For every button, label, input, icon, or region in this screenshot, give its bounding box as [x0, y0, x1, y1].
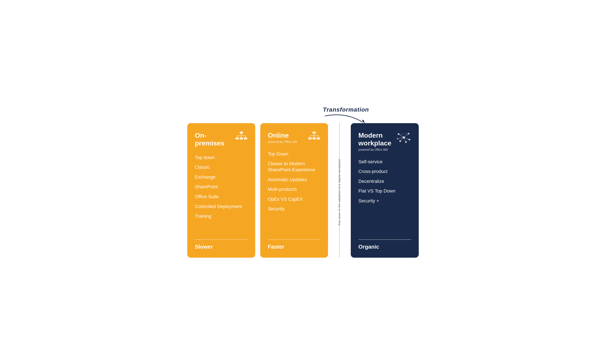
list-item: Flat VS Top Down: [358, 188, 411, 194]
list-item: Exchange: [195, 174, 248, 180]
transformation-label: Transformation: [310, 106, 382, 113]
svg-line-32: [399, 134, 409, 134]
list-item: SharePoint: [195, 184, 248, 190]
card-online: Online powered by Office 365: [260, 123, 328, 258]
list-item: Cross-product: [358, 169, 411, 175]
list-item: Multi-products: [268, 186, 321, 193]
card-header-on-premises: On-premises: [195, 131, 248, 147]
list-item: Training: [195, 213, 248, 220]
list-item: Automatic Updates: [268, 177, 321, 183]
columns-area: On-premises: [187, 123, 419, 258]
card-title-modern-workplace: Modern workplace: [358, 131, 396, 147]
card-subtitle-modern-workplace: powered by Office 365: [358, 148, 396, 151]
card-footer-online: Faster: [268, 244, 321, 250]
list-item: OpEx VS CapEX: [268, 196, 321, 202]
card-footer-on-premises: Slower: [195, 244, 248, 250]
card-list-modern-workplace: Self-service Cross-product Decentralize …: [358, 159, 411, 235]
vertical-divider-section: Key lever in the adoption of a digital w…: [333, 123, 346, 258]
vertical-text: Key lever in the adoption of a digital w…: [338, 159, 341, 225]
footer-divider-on-premises: [195, 239, 248, 240]
svg-rect-16: [313, 137, 316, 140]
list-item: Decentralize: [358, 178, 411, 184]
footer-divider-online: [268, 239, 321, 240]
card-list-on-premises: Top down Classic Exchange SharePoint Off…: [195, 155, 248, 235]
svg-line-33: [406, 140, 410, 142]
card-header-online: Online powered by Office 365: [268, 131, 321, 143]
card-title-on-premises: On-premises: [195, 131, 235, 147]
page-container: Transformation On-premises: [187, 106, 419, 258]
card-title-area-on-premises: On-premises: [195, 131, 235, 147]
card-title-area-online: Online powered by Office 365: [268, 131, 297, 143]
svg-rect-7: [240, 137, 243, 140]
svg-line-26: [399, 134, 404, 137]
list-item: Self-service: [358, 159, 411, 165]
list-item: Office Suite: [195, 194, 248, 200]
svg-rect-14: [308, 137, 312, 140]
card-modern-workplace: Modern workplace powered by Office 365: [351, 123, 419, 258]
svg-line-27: [404, 134, 409, 137]
list-item: Security: [268, 206, 321, 212]
list-item: Top down: [195, 155, 248, 161]
footer-divider-modern-workplace: [358, 239, 411, 240]
card-title-online: Online: [268, 131, 297, 139]
list-item: Controlled Deployment: [195, 204, 248, 210]
card-on-premises: On-premises: [187, 123, 255, 258]
card-header-modern-workplace: Modern workplace powered by Office 365: [358, 131, 411, 151]
hierarchy-icon-on-premises: [235, 131, 248, 143]
svg-rect-1: [240, 131, 243, 134]
list-item: Classic: [195, 164, 248, 170]
list-item: Top Down: [268, 151, 321, 157]
network-icon-modern-workplace: [396, 131, 411, 144]
svg-rect-9: [244, 137, 247, 140]
svg-rect-10: [313, 131, 316, 134]
card-footer-modern-workplace: Organic: [358, 244, 411, 250]
card-title-area-modern-workplace: Modern workplace powered by Office 365: [358, 131, 396, 151]
svg-line-34: [398, 139, 400, 141]
hierarchy-icon-online: [308, 131, 320, 143]
list-item: Security +: [358, 198, 411, 204]
card-list-online: Top Down Classic to Modern SharePoint Ex…: [268, 151, 321, 235]
list-item: Classic to Modern SharePoint Experience: [268, 161, 321, 173]
svg-rect-18: [317, 137, 320, 140]
card-subtitle-online: powered by Office 365: [268, 140, 297, 143]
svg-rect-5: [235, 137, 239, 140]
